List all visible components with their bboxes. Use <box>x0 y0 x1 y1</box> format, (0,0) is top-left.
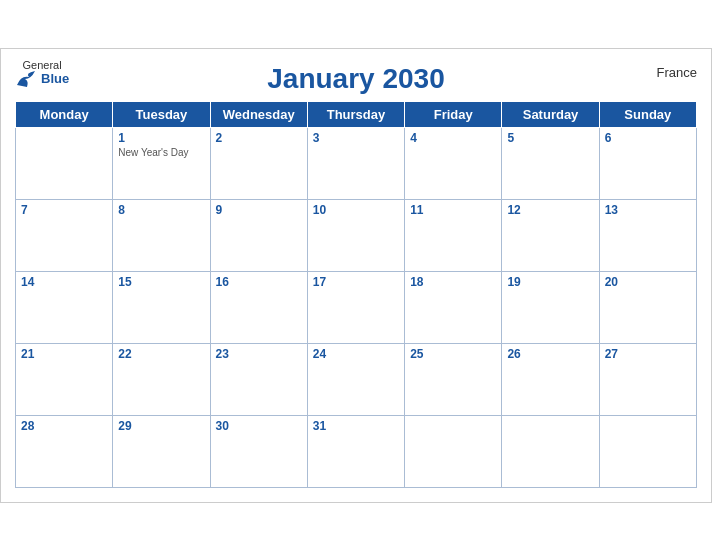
day-number: 25 <box>410 347 496 361</box>
calendar-day-cell: 7 <box>16 199 113 271</box>
calendar-week-row: 21222324252627 <box>16 343 697 415</box>
calendar-day-cell: 4 <box>405 127 502 199</box>
country-label: France <box>657 65 697 80</box>
calendar-day-cell: 8 <box>113 199 210 271</box>
calendar-day-cell: 28 <box>16 415 113 487</box>
calendar-day-cell: 17 <box>307 271 404 343</box>
logo-general-text: General <box>23 59 62 71</box>
calendar-day-cell: 23 <box>210 343 307 415</box>
day-number: 10 <box>313 203 399 217</box>
day-number: 1 <box>118 131 204 145</box>
calendar-day-cell: 2 <box>210 127 307 199</box>
calendar-week-row: 14151617181920 <box>16 271 697 343</box>
calendar-week-row: 28293031 <box>16 415 697 487</box>
day-number: 27 <box>605 347 691 361</box>
weekday-thursday: Thursday <box>307 101 404 127</box>
calendar-day-cell: 14 <box>16 271 113 343</box>
day-number: 17 <box>313 275 399 289</box>
calendar-day-cell: 18 <box>405 271 502 343</box>
calendar-day-cell: 15 <box>113 271 210 343</box>
day-number: 7 <box>21 203 107 217</box>
day-number: 20 <box>605 275 691 289</box>
calendar-day-cell: 20 <box>599 271 696 343</box>
calendar-container: General Blue January 2030 France Monday … <box>0 48 712 503</box>
calendar-day-cell: 26 <box>502 343 599 415</box>
weekday-tuesday: Tuesday <box>113 101 210 127</box>
calendar-day-cell <box>502 415 599 487</box>
calendar-day-cell: 24 <box>307 343 404 415</box>
weekday-wednesday: Wednesday <box>210 101 307 127</box>
calendar-day-cell: 9 <box>210 199 307 271</box>
day-number: 21 <box>21 347 107 361</box>
day-number: 18 <box>410 275 496 289</box>
calendar-week-row: 78910111213 <box>16 199 697 271</box>
weekday-header-row: Monday Tuesday Wednesday Thursday Friday… <box>16 101 697 127</box>
day-number: 8 <box>118 203 204 217</box>
day-number: 12 <box>507 203 593 217</box>
calendar-day-cell: 3 <box>307 127 404 199</box>
weekday-monday: Monday <box>16 101 113 127</box>
calendar-day-cell: 5 <box>502 127 599 199</box>
calendar-day-cell: 30 <box>210 415 307 487</box>
day-number: 9 <box>216 203 302 217</box>
day-number: 4 <box>410 131 496 145</box>
calendar-title: January 2030 <box>267 63 444 95</box>
calendar-day-cell: 31 <box>307 415 404 487</box>
calendar-day-cell: 12 <box>502 199 599 271</box>
calendar-header: General Blue January 2030 France <box>15 59 697 95</box>
day-number: 11 <box>410 203 496 217</box>
calendar-day-cell: 29 <box>113 415 210 487</box>
day-number: 13 <box>605 203 691 217</box>
calendar-day-cell: 16 <box>210 271 307 343</box>
calendar-day-cell: 21 <box>16 343 113 415</box>
day-number: 6 <box>605 131 691 145</box>
calendar-day-cell: 25 <box>405 343 502 415</box>
day-number: 24 <box>313 347 399 361</box>
logo-area: General Blue <box>15 59 69 89</box>
calendar-day-cell: 1New Year's Day <box>113 127 210 199</box>
calendar-day-cell <box>599 415 696 487</box>
day-number: 19 <box>507 275 593 289</box>
day-number: 3 <box>313 131 399 145</box>
calendar-week-row: 1New Year's Day23456 <box>16 127 697 199</box>
logo-bird-icon <box>15 71 39 89</box>
calendar-body: 1New Year's Day2345678910111213141516171… <box>16 127 697 487</box>
calendar-day-cell: 22 <box>113 343 210 415</box>
day-number: 30 <box>216 419 302 433</box>
day-number: 16 <box>216 275 302 289</box>
calendar-day-cell: 27 <box>599 343 696 415</box>
weekday-sunday: Sunday <box>599 101 696 127</box>
calendar-grid: Monday Tuesday Wednesday Thursday Friday… <box>15 101 697 488</box>
day-number: 15 <box>118 275 204 289</box>
day-number: 22 <box>118 347 204 361</box>
day-number: 2 <box>216 131 302 145</box>
weekday-friday: Friday <box>405 101 502 127</box>
calendar-day-cell: 6 <box>599 127 696 199</box>
calendar-day-cell: 13 <box>599 199 696 271</box>
day-number: 14 <box>21 275 107 289</box>
calendar-day-cell <box>16 127 113 199</box>
day-number: 5 <box>507 131 593 145</box>
day-number: 26 <box>507 347 593 361</box>
calendar-day-cell <box>405 415 502 487</box>
logo-blue-text: Blue <box>41 72 69 86</box>
calendar-day-cell: 10 <box>307 199 404 271</box>
day-number: 31 <box>313 419 399 433</box>
holiday-label: New Year's Day <box>118 147 204 158</box>
day-number: 28 <box>21 419 107 433</box>
weekday-saturday: Saturday <box>502 101 599 127</box>
calendar-day-cell: 19 <box>502 271 599 343</box>
calendar-day-cell: 11 <box>405 199 502 271</box>
day-number: 29 <box>118 419 204 433</box>
day-number: 23 <box>216 347 302 361</box>
